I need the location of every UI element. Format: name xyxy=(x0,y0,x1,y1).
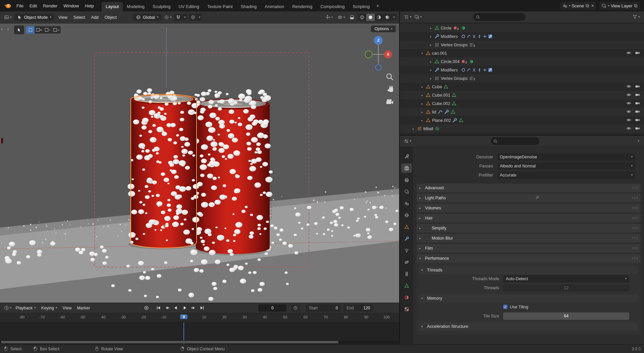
outliner-row-vertex-groups[interactable]: ▸Vertex Groups3 xyxy=(400,74,644,83)
workspace-tab-shading[interactable]: Shading xyxy=(237,2,261,11)
panel-header[interactable]: ▸Advanced xyxy=(417,184,641,192)
tile-size-field[interactable]: 64 xyxy=(503,312,629,320)
properties-search-input[interactable] xyxy=(491,137,539,145)
panel-grip-icon[interactable] xyxy=(632,256,638,261)
panel-header[interactable]: ▸Light Paths xyxy=(417,194,641,202)
panel-preset-icon[interactable] xyxy=(535,195,540,201)
outliner-filter-button[interactable]: ▾ xyxy=(631,13,641,20)
outliner-display-mode-button[interactable]: ▾ xyxy=(413,13,423,20)
panel-grip-icon[interactable] xyxy=(632,246,638,251)
topbar-menu-file[interactable]: File xyxy=(13,2,26,9)
timeline-track-area[interactable] xyxy=(0,322,399,344)
wireframe-shading-button[interactable] xyxy=(358,14,366,21)
expand-arrow[interactable]: ▸ xyxy=(420,102,424,105)
simplify-checkbox[interactable] xyxy=(425,226,429,231)
new-scene-button[interactable] xyxy=(585,4,590,8)
proportional-edit-toggle[interactable] xyxy=(189,14,197,21)
workspace-tab-scripting[interactable]: Scripting xyxy=(348,2,374,11)
axis-z-negative-handle[interactable] xyxy=(376,65,381,70)
rendered-shading-button[interactable] xyxy=(383,14,391,21)
outliner-search-input[interactable] xyxy=(473,13,525,21)
select-mode-intersect-button[interactable]: ∩ xyxy=(52,26,61,34)
xray-toggle[interactable] xyxy=(348,14,356,21)
outliner-row-mball[interactable]: ▸Mball xyxy=(400,124,644,133)
expand-arrow[interactable]: ▸ xyxy=(429,43,433,47)
panel-header[interactable]: ▸Motion Blur xyxy=(417,234,641,243)
properties-tab-texture[interactable] xyxy=(401,304,412,314)
snap-toggle-button[interactable] xyxy=(174,14,182,21)
jump-end-button[interactable] xyxy=(198,304,206,312)
viewport-menu-select[interactable]: Select xyxy=(70,14,88,21)
collapse-arrow[interactable]: ▾ xyxy=(420,52,424,55)
next-key-button[interactable] xyxy=(189,304,197,312)
expand-arrow[interactable]: ▸ xyxy=(429,35,433,38)
timeline-ruler[interactable]: -80-70-60-50-40-30-20-100102030405060708… xyxy=(0,313,399,322)
expand-arrow[interactable]: ▸ xyxy=(420,110,424,114)
workspace-tab-layout[interactable]: Layout xyxy=(102,2,123,11)
panel-grip-icon[interactable] xyxy=(632,206,638,210)
timeline-menu-marker[interactable]: Marker xyxy=(74,305,93,311)
disable-in-renders-toggle[interactable] xyxy=(635,117,640,123)
hide-in-viewport-toggle[interactable] xyxy=(626,101,631,107)
workspace-tab-rendering[interactable]: Rendering xyxy=(288,2,316,11)
toolbar-expand-arrow[interactable]: › xyxy=(1,27,2,31)
timeline-menu-keying[interactable]: Keying▾ xyxy=(39,305,60,311)
outliner-row-circle.004[interactable]: ▸Circle.0042 xyxy=(400,57,644,66)
properties-tab-physics[interactable] xyxy=(401,257,412,267)
outliner-row-cube.002[interactable]: ▸Cube.002 xyxy=(400,99,644,108)
outliner-row-can.001[interactable]: ▾can.001 xyxy=(400,49,644,57)
expand-arrow[interactable]: ▸ xyxy=(420,85,424,89)
scene-selector[interactable]: ▾ Scene ✕ xyxy=(560,2,596,10)
viewport-menu-object[interactable]: Object xyxy=(102,14,120,21)
disable-in-renders-toggle[interactable] xyxy=(635,109,640,115)
passes-dropdown[interactable]: Albedo and Normal▾ xyxy=(497,162,635,170)
hide-in-viewport-toggle[interactable] xyxy=(626,92,631,98)
outliner-editor-type-button[interactable]: ▾ xyxy=(402,13,413,20)
toolbar-collapse-arrow[interactable]: ‹ xyxy=(7,27,9,31)
axis-y-handle[interactable] xyxy=(365,51,372,58)
panel-grip-icon[interactable] xyxy=(632,226,638,231)
snap-settings-dropdown[interactable]: ▾ xyxy=(182,15,187,20)
current-frame-marker[interactable]: 0 xyxy=(180,314,187,319)
tweak-tool-button[interactable] xyxy=(14,26,24,34)
preview-range-button[interactable] xyxy=(291,304,300,312)
topbar-menu-window[interactable]: Window xyxy=(60,2,82,9)
solid-shading-button[interactable] xyxy=(366,14,375,21)
properties-editor-type-button[interactable]: ▾ xyxy=(402,138,413,145)
panel-header[interactable]: ▸Hair xyxy=(417,214,641,222)
outliner-row-cube.001[interactable]: ▸Cube.001 xyxy=(400,91,644,99)
current-frame-field[interactable]: 0 xyxy=(258,304,286,312)
timeline-menu-view[interactable]: View xyxy=(60,305,74,311)
panel-header[interactable]: ▸Film xyxy=(417,244,641,253)
threads-subpanel-header[interactable]: ▾ Threads xyxy=(419,266,638,274)
properties-tab-object-data[interactable] xyxy=(401,281,412,290)
prefilter-dropdown[interactable]: Accurate▾ xyxy=(497,171,635,179)
pivot-point-dropdown[interactable]: ▾ xyxy=(163,14,173,21)
disable-in-renders-toggle[interactable] xyxy=(635,50,640,56)
panel-grip-icon[interactable] xyxy=(632,186,638,190)
disable-in-renders-toggle[interactable] xyxy=(635,92,640,98)
properties-tab-output[interactable] xyxy=(401,175,412,185)
select-mode-new-button[interactable] xyxy=(26,26,35,34)
auto-keying-button[interactable] xyxy=(142,304,150,312)
add-workspace-button[interactable]: + xyxy=(374,1,382,10)
prev-key-button[interactable] xyxy=(163,304,171,312)
performance-panel-header[interactable]: ▾ Performance xyxy=(417,254,641,263)
properties-tab-constraints[interactable] xyxy=(401,269,412,279)
workspace-tab-uv-editing[interactable]: UV Editing xyxy=(174,2,203,11)
show-gizmo-dropdown[interactable]: ▾ xyxy=(324,14,334,21)
viewport-menu-view[interactable]: View xyxy=(55,14,70,21)
transform-orientation-dropdown[interactable]: Global ▾ xyxy=(133,14,161,21)
properties-tab-world[interactable] xyxy=(401,210,412,220)
play-button[interactable] xyxy=(180,304,189,312)
hide-in-viewport-toggle[interactable] xyxy=(626,126,631,132)
disable-in-renders-toggle[interactable] xyxy=(635,84,640,90)
add-view-layer-button[interactable] xyxy=(634,4,638,8)
panel-grip-icon[interactable] xyxy=(632,196,638,200)
properties-options-dropdown[interactable]: ▾ xyxy=(638,140,641,143)
expand-arrow[interactable]: ▸ xyxy=(429,68,433,72)
workspace-tab-animation[interactable]: Animation xyxy=(261,2,288,11)
workspace-tab-modeling[interactable]: Modeling xyxy=(123,2,149,11)
mode-dropdown[interactable]: Object Mode ▾ xyxy=(14,14,54,21)
expand-arrow[interactable]: ▸ xyxy=(420,94,424,97)
